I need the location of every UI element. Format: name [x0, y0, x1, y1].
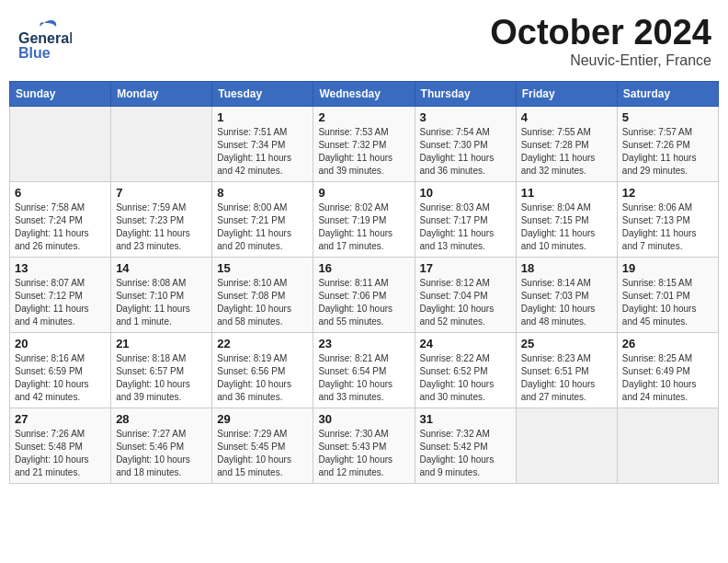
location-subtitle: Neuvic-Entier, France — [490, 52, 711, 69]
day-info: Sunrise: 8:12 AM Sunset: 7:04 PM Dayligh… — [420, 277, 511, 328]
header-sunday: Sunday — [10, 81, 111, 106]
day-number: 11 — [521, 186, 612, 200]
table-row: 5Sunrise: 7:57 AM Sunset: 7:26 PM Daylig… — [617, 106, 718, 181]
table-row: 29Sunrise: 7:29 AM Sunset: 5:45 PM Dayli… — [212, 408, 313, 483]
day-number: 24 — [420, 337, 511, 350]
table-row: 27Sunrise: 7:26 AM Sunset: 5:48 PM Dayli… — [10, 408, 111, 483]
svg-text:Blue: Blue — [18, 45, 51, 60]
calendar-body: 1Sunrise: 7:51 AM Sunset: 7:34 PM Daylig… — [10, 106, 719, 483]
day-info: Sunrise: 7:27 AM Sunset: 5:46 PM Dayligh… — [116, 428, 207, 479]
day-number: 12 — [622, 186, 713, 200]
day-number: 2 — [318, 110, 409, 124]
day-info: Sunrise: 7:51 AM Sunset: 7:34 PM Dayligh… — [217, 126, 308, 178]
week-row-2: 6Sunrise: 7:58 AM Sunset: 7:24 PM Daylig… — [10, 181, 719, 257]
logo-svg: GeneralBlue — [17, 14, 72, 60]
table-row: 1Sunrise: 7:51 AM Sunset: 7:34 PM Daylig… — [212, 106, 313, 181]
table-row — [111, 106, 212, 181]
day-number: 20 — [15, 337, 106, 350]
day-info: Sunrise: 7:29 AM Sunset: 5:45 PM Dayligh… — [217, 428, 308, 479]
title-section: October 2024 Neuvic-Entier, France — [490, 14, 711, 69]
day-number: 1 — [217, 110, 308, 124]
table-row: 21Sunrise: 8:18 AM Sunset: 6:57 PM Dayli… — [111, 332, 212, 408]
day-info: Sunrise: 8:21 AM Sunset: 6:54 PM Dayligh… — [318, 352, 409, 404]
table-row: 13Sunrise: 8:07 AM Sunset: 7:12 PM Dayli… — [10, 257, 111, 332]
header-wednesday: Wednesday — [313, 81, 415, 106]
day-info: Sunrise: 8:10 AM Sunset: 7:08 PM Dayligh… — [217, 277, 308, 328]
calendar-table: Sunday Monday Tuesday Wednesday Thursday… — [9, 81, 719, 484]
table-row: 10Sunrise: 8:03 AM Sunset: 7:17 PM Dayli… — [415, 181, 516, 257]
day-number: 5 — [622, 110, 713, 124]
table-row: 4Sunrise: 7:55 AM Sunset: 7:28 PM Daylig… — [516, 106, 617, 181]
table-row: 26Sunrise: 8:25 AM Sunset: 6:49 PM Dayli… — [617, 332, 718, 408]
table-row: 3Sunrise: 7:54 AM Sunset: 7:30 PM Daylig… — [415, 106, 516, 181]
month-title: October 2024 — [490, 14, 711, 52]
day-info: Sunrise: 7:30 AM Sunset: 5:43 PM Dayligh… — [318, 428, 409, 479]
week-row-3: 13Sunrise: 8:07 AM Sunset: 7:12 PM Dayli… — [10, 257, 719, 332]
table-row: 23Sunrise: 8:21 AM Sunset: 6:54 PM Dayli… — [313, 332, 415, 408]
day-number: 25 — [521, 337, 612, 350]
table-row: 18Sunrise: 8:14 AM Sunset: 7:03 PM Dayli… — [516, 257, 617, 332]
calendar-header: Sunday Monday Tuesday Wednesday Thursday… — [10, 81, 719, 106]
table-row: 6Sunrise: 7:58 AM Sunset: 7:24 PM Daylig… — [10, 181, 111, 257]
day-info: Sunrise: 8:07 AM Sunset: 7:12 PM Dayligh… — [15, 277, 106, 328]
day-info: Sunrise: 8:15 AM Sunset: 7:01 PM Dayligh… — [622, 277, 713, 328]
day-number: 6 — [15, 186, 106, 200]
day-info: Sunrise: 8:19 AM Sunset: 6:56 PM Dayligh… — [217, 352, 308, 404]
table-row: 22Sunrise: 8:19 AM Sunset: 6:56 PM Dayli… — [212, 332, 313, 408]
table-row: 9Sunrise: 8:02 AM Sunset: 7:19 PM Daylig… — [313, 181, 415, 257]
table-row: 25Sunrise: 8:23 AM Sunset: 6:51 PM Dayli… — [516, 332, 617, 408]
table-row — [10, 106, 111, 181]
day-info: Sunrise: 8:08 AM Sunset: 7:10 PM Dayligh… — [116, 277, 207, 328]
table-row: 15Sunrise: 8:10 AM Sunset: 7:08 PM Dayli… — [212, 257, 313, 332]
week-row-4: 20Sunrise: 8:16 AM Sunset: 6:59 PM Dayli… — [10, 332, 719, 408]
table-row: 20Sunrise: 8:16 AM Sunset: 6:59 PM Dayli… — [10, 332, 111, 408]
table-row: 14Sunrise: 8:08 AM Sunset: 7:10 PM Dayli… — [111, 257, 212, 332]
day-number: 10 — [420, 186, 511, 200]
day-number: 9 — [318, 186, 409, 200]
svg-text:General: General — [18, 30, 72, 46]
table-row: 11Sunrise: 8:04 AM Sunset: 7:15 PM Dayli… — [516, 181, 617, 257]
day-info: Sunrise: 7:54 AM Sunset: 7:30 PM Dayligh… — [420, 126, 511, 178]
weekday-header-row: Sunday Monday Tuesday Wednesday Thursday… — [10, 81, 719, 106]
day-info: Sunrise: 7:57 AM Sunset: 7:26 PM Dayligh… — [622, 126, 713, 178]
day-number: 31 — [420, 412, 511, 426]
day-info: Sunrise: 7:58 AM Sunset: 7:24 PM Dayligh… — [15, 201, 106, 253]
table-row: 16Sunrise: 8:11 AM Sunset: 7:06 PM Dayli… — [313, 257, 415, 332]
day-number: 16 — [318, 261, 409, 275]
day-info: Sunrise: 8:22 AM Sunset: 6:52 PM Dayligh… — [420, 352, 511, 404]
day-number: 17 — [420, 261, 511, 275]
day-number: 27 — [15, 412, 106, 426]
week-row-1: 1Sunrise: 7:51 AM Sunset: 7:34 PM Daylig… — [10, 106, 719, 181]
day-info: Sunrise: 7:26 AM Sunset: 5:48 PM Dayligh… — [15, 428, 106, 479]
day-number: 3 — [420, 110, 511, 124]
logo: GeneralBlue — [17, 14, 72, 60]
day-number: 19 — [622, 261, 713, 275]
day-number: 8 — [217, 186, 308, 200]
header-tuesday: Tuesday — [212, 81, 313, 106]
day-number: 13 — [15, 261, 106, 275]
day-info: Sunrise: 8:14 AM Sunset: 7:03 PM Dayligh… — [521, 277, 612, 328]
header-thursday: Thursday — [415, 81, 516, 106]
day-info: Sunrise: 7:55 AM Sunset: 7:28 PM Dayligh… — [521, 126, 612, 178]
day-info: Sunrise: 7:53 AM Sunset: 7:32 PM Dayligh… — [318, 126, 409, 178]
day-number: 14 — [116, 261, 207, 275]
day-number: 28 — [116, 412, 207, 426]
day-number: 4 — [521, 110, 612, 124]
day-info: Sunrise: 8:00 AM Sunset: 7:21 PM Dayligh… — [217, 201, 308, 253]
table-row: 2Sunrise: 7:53 AM Sunset: 7:32 PM Daylig… — [313, 106, 415, 181]
day-info: Sunrise: 7:59 AM Sunset: 7:23 PM Dayligh… — [116, 201, 207, 253]
week-row-5: 27Sunrise: 7:26 AM Sunset: 5:48 PM Dayli… — [10, 408, 719, 483]
header-friday: Friday — [516, 81, 617, 106]
table-row: 24Sunrise: 8:22 AM Sunset: 6:52 PM Dayli… — [415, 332, 516, 408]
page-header: GeneralBlue October 2024 Neuvic-Entier, … — [9, 9, 719, 74]
table-row: 28Sunrise: 7:27 AM Sunset: 5:46 PM Dayli… — [111, 408, 212, 483]
day-info: Sunrise: 8:23 AM Sunset: 6:51 PM Dayligh… — [521, 352, 612, 404]
table-row: 7Sunrise: 7:59 AM Sunset: 7:23 PM Daylig… — [111, 181, 212, 257]
day-info: Sunrise: 8:25 AM Sunset: 6:49 PM Dayligh… — [622, 352, 713, 404]
day-number: 15 — [217, 261, 308, 275]
header-monday: Monday — [111, 81, 212, 106]
table-row: 8Sunrise: 8:00 AM Sunset: 7:21 PM Daylig… — [212, 181, 313, 257]
table-row — [617, 408, 718, 483]
day-info: Sunrise: 7:32 AM Sunset: 5:42 PM Dayligh… — [420, 428, 511, 479]
table-row: 30Sunrise: 7:30 AM Sunset: 5:43 PM Dayli… — [313, 408, 415, 483]
